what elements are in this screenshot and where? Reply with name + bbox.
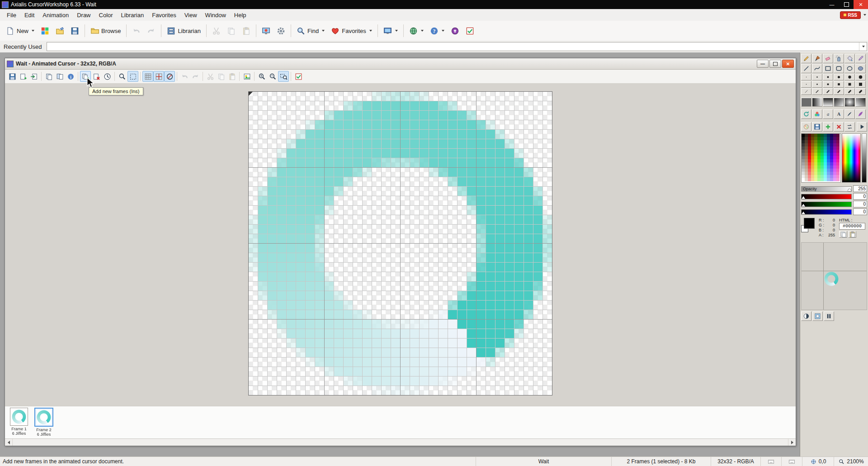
palette-swatch[interactable] [805,137,808,140]
palette-swatch[interactable] [830,156,833,159]
show-major-grid-button[interactable] [153,71,164,82]
find-dropdown-icon[interactable] [322,30,325,32]
palette-swatch[interactable] [833,150,836,153]
palette-swatch[interactable] [811,156,814,159]
square-brush-option[interactable] [844,81,855,88]
palette-swatch[interactable] [805,175,808,178]
palette-swatch[interactable] [821,153,824,156]
palette-swatch[interactable] [811,146,814,150]
doc-cut-button[interactable] [205,71,216,82]
square-brush-option[interactable] [823,81,833,88]
palette-swatch[interactable] [824,134,827,137]
palette-swatch[interactable] [811,172,814,175]
palette-swatch[interactable] [821,150,824,153]
palette-swatch[interactable] [802,159,805,162]
ellipse-tool-button[interactable] [844,64,855,73]
preview-zoom-button[interactable] [117,71,127,82]
palette-swatch[interactable] [833,146,836,150]
palette-swatch[interactable] [802,178,805,181]
palette-swatch[interactable] [817,143,821,146]
eraser-tool-button[interactable] [823,54,833,63]
palette-swatch[interactable] [824,172,827,175]
palette-swatch[interactable] [827,162,830,165]
open-button[interactable] [52,24,67,38]
maximize-button[interactable] [839,0,854,9]
minimize-button[interactable]: — [825,0,839,9]
undo-button[interactable] [129,24,144,38]
palette-swatch[interactable] [833,153,836,156]
preview-background-button[interactable] [812,311,823,321]
palette-swatch[interactable] [824,169,827,172]
palette-swatch[interactable] [833,169,836,172]
palette-swatch[interactable] [824,137,827,140]
palette-swatch[interactable] [833,165,836,169]
menu-librarian[interactable]: Librarian [117,10,148,20]
menu-window[interactable]: Window [201,10,230,20]
palette-swatch[interactable] [833,156,836,159]
doc-close-button[interactable]: ✕ [782,60,794,68]
palette-swatch[interactable] [817,172,821,175]
palette-swatch[interactable] [805,150,808,153]
zoom-region-button[interactable] [278,71,289,82]
palette-swatch[interactable] [824,165,827,169]
palette-swatch[interactable] [814,150,817,153]
palette-swatch[interactable] [814,146,817,150]
slash-brush-option[interactable] [844,88,855,95]
menu-draw[interactable]: Draw [73,10,94,20]
palette-swatch[interactable] [821,175,824,178]
palette-swatch[interactable] [814,143,817,146]
favorites-button[interactable]: Favorites [328,24,375,38]
palette-swatch[interactable] [808,156,811,159]
menu-favorites[interactable]: Favorites [148,10,180,20]
palette-swatch[interactable] [833,159,836,162]
palette-swatch[interactable] [802,134,805,137]
slash-brush-option[interactable] [855,88,866,95]
palette-swatch[interactable] [836,143,840,146]
rss-dropdown-icon[interactable] [863,14,866,16]
copy-color-button[interactable] [839,231,847,238]
spray-tool-button[interactable] [834,54,844,63]
new-from-image-button[interactable] [38,24,52,38]
palette-swatch[interactable] [827,143,830,146]
palette-swatch[interactable] [824,143,827,146]
dot-brush-option[interactable] [801,74,811,80]
red-slider[interactable]: 0 [801,193,867,200]
palette-swatch[interactable] [814,134,817,137]
palette-swatch[interactable] [836,165,840,169]
zoom-in-button[interactable] [256,71,267,82]
test-cursor-button[interactable] [293,71,304,82]
palette-swatch[interactable] [821,169,824,172]
palette-swatch[interactable] [824,140,827,143]
palette-swatch[interactable] [830,162,833,165]
text-lower-button[interactable]: a [823,109,833,119]
foreground-color-swatch[interactable] [801,218,816,232]
save-frame-button[interactable] [7,71,18,82]
palette-swatch[interactable] [817,169,821,172]
palette-swatch[interactable] [817,165,821,169]
palette-swatch[interactable] [805,146,808,150]
palette-swatch[interactable] [805,153,808,156]
palette-swatch[interactable] [836,140,840,143]
palette-swatch[interactable] [808,172,811,175]
palette-swatch[interactable] [805,159,808,162]
palette-swatch[interactable] [827,137,830,140]
palette-swatch[interactable] [805,134,808,137]
palette-swatch[interactable] [827,140,830,143]
palette-swatch[interactable] [802,140,805,143]
doc-copy-button[interactable] [216,71,226,82]
palette-swatch[interactable] [833,172,836,175]
palette-swatch[interactable] [802,156,805,159]
palette-swatch[interactable] [808,162,811,165]
palette-swatch[interactable] [817,162,821,165]
frame-2-thumbnail[interactable] [37,410,51,424]
palette-swatch[interactable] [808,153,811,156]
palette-swatch[interactable] [833,134,836,137]
fill-tool-button[interactable] [844,54,855,63]
palette-swatch[interactable] [824,175,827,178]
color-palette-grid[interactable] [801,133,841,183]
palette-swatch[interactable] [817,150,821,153]
palette-swatch[interactable] [805,156,808,159]
palette-swatch[interactable] [827,172,830,175]
palette-swatch[interactable] [802,175,805,178]
palette-swatch[interactable] [811,153,814,156]
